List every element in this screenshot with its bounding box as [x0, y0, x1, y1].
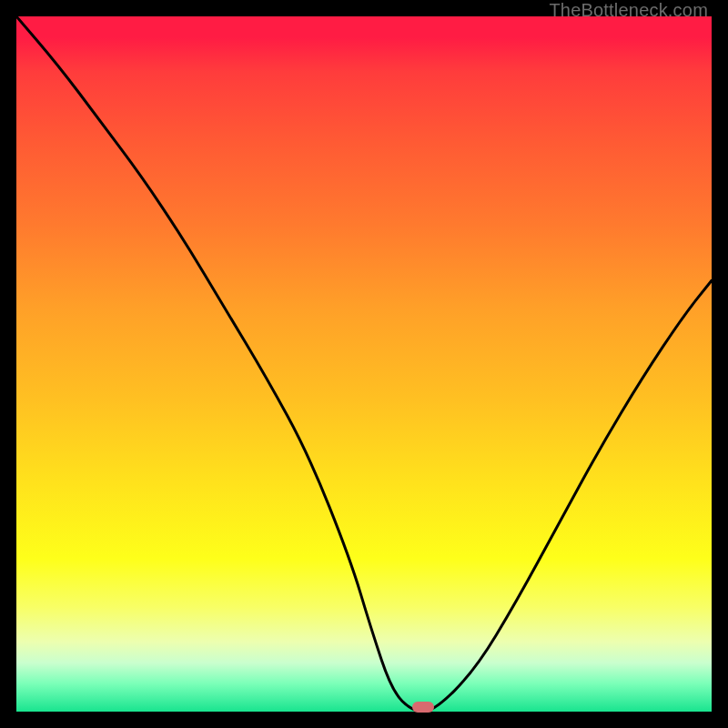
optimum-marker: [412, 702, 434, 713]
plot-area: [16, 16, 712, 712]
bottleneck-curve: [16, 16, 712, 712]
chart-frame: TheBottleneck.com: [0, 0, 728, 728]
watermark-text: TheBottleneck.com: [549, 0, 708, 21]
